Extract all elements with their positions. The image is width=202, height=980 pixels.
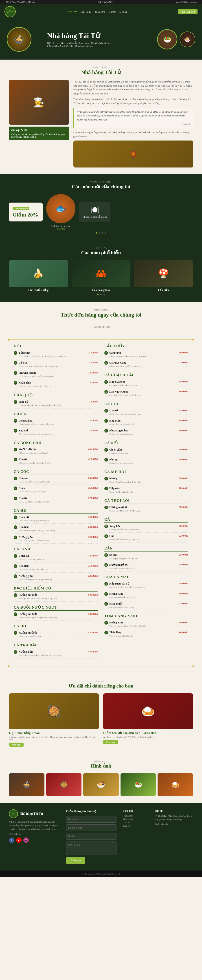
footer-link-4[interactable]: Liên hệ: [123, 825, 148, 827]
carousel-dot-1[interactable]: [96, 232, 97, 234]
category-tomcangxanh-title: TÔM CÀNG XANH: [104, 614, 188, 619]
item-price: 320,000đ: [179, 409, 188, 412]
item-price: 300,000đ: [88, 515, 98, 518]
item-num: 01: [104, 351, 108, 355]
item-desc: Tôm chiên xù, sốt wasabi, rau sống đi kè…: [19, 433, 54, 436]
menu-item: 01 Kho sùa Cá cóc kho mắm, tiêu đen, gừn…: [14, 477, 98, 485]
menu-item-row: 02 Thân lăng Tôm càng xanh chiên bơ tỏi: [104, 631, 133, 638]
item-left: Yếu Khóc Gỏi tôm bắp chuối, khô mực, đậu…: [19, 351, 66, 358]
phone-badge[interactable]: (096) 539 539: [178, 9, 197, 14]
carousel-dot-2[interactable]: [99, 232, 100, 234]
item-num: 01: [14, 419, 17, 423]
menu-item: 03 Rang muối Cua rang muối ớt thơm ngon …: [104, 602, 188, 610]
nav-contact[interactable]: Liên hệ: [119, 10, 127, 13]
menu-border: ✦ ✦ ✦ ✦ GỎI 01 Yếu Khóc Gỏi tôm bắp chuố…: [9, 339, 193, 667]
item-desc: Rán sá phu vàng giòn, sốt đặc biệt: [109, 557, 138, 560]
gallery-item-1[interactable]: 🍲: [9, 773, 44, 796]
corner-br: ✦: [191, 663, 195, 669]
item-left: Cá trê phi Lẩu cá trê phi đặc sản, rau n…: [109, 351, 146, 358]
item-name: Sàng đế: [19, 400, 61, 404]
footer-link-3[interactable]: Tin tức: [123, 821, 148, 824]
item-left: Kho tiêu Cá linh kho tiêu đặc sản miền T…: [19, 564, 47, 571]
item-desc: Cá lóc cuốn khoan ngàn hoa: [109, 433, 133, 436]
carousel-dot-4[interactable]: [105, 232, 106, 234]
category-cuacamau-title: CUA CÀ MAU: [104, 575, 188, 580]
footer-name-input[interactable]: [66, 816, 117, 822]
footer-link-1[interactable]: Trang chủ: [123, 815, 148, 817]
popular-dot-3[interactable]: [104, 294, 105, 296]
promo-item-2-btn[interactable]: Xem ngay: [103, 740, 118, 745]
gallery-item-5[interactable]: 🍛: [158, 773, 193, 796]
nav-home[interactable]: Trang chủ: [66, 10, 77, 13]
footer-phone-input[interactable]: [66, 824, 117, 831]
footer-message-input[interactable]: [66, 842, 117, 855]
item-num: 02: [104, 361, 108, 365]
popular-item-3: 🍄 Lẩu nấm: [134, 260, 193, 292]
gallery-item-4[interactable]: 🥗: [120, 773, 156, 796]
hero-food-left: 🍲: [7, 27, 32, 52]
footer-email-input[interactable]: [66, 833, 117, 840]
popular-grid: 🍌 Chè chuối nướng 🦀 Cua hoàng kim 🍄 Lẩu …: [9, 260, 193, 292]
item-desc: Cá cóc kho mắm, tiêu đen, gừng tươi: [19, 480, 50, 484]
item-num: 01: [14, 631, 17, 635]
item-left: Khoan ngàn hoa Cá lóc cuốn khoan ngàn ho…: [109, 429, 133, 436]
popular-item-2-image: 🦀: [72, 260, 131, 287]
gallery-item-3[interactable]: 🍜: [83, 773, 119, 796]
category-chaquet: CHÀ QUẸT 01 Sàng đế Chà quẹt đặc biệt vớ…: [14, 393, 98, 409]
menu-item-row: 02 Hạp Màn Cá lóc hấp màn thầu đặc biệt: [104, 419, 134, 426]
hero-subtitle: Nơi hội tụ những tinh hoa ẩm thực, mang …: [47, 41, 114, 48]
item-num: 02: [14, 429, 17, 433]
item-price: 380,000đ: [88, 419, 98, 422]
menu-item-row: 02 Cá Bơn Gỏi cá bơn tươi, chanh leo, ớt…: [14, 361, 58, 368]
item-left: Hướng muối ớt Ca ho nướng muối ớt tươi: [19, 631, 41, 638]
nav-about[interactable]: Giới thiệu: [80, 10, 91, 13]
promo-item-2: 🍛 Giảm 8% với hóa đơn trên 1.500.000 đ Á…: [103, 694, 193, 747]
item-left: Hấp ruou Tài Tử Cua Cà Mau hấp rượu đặc …: [109, 582, 145, 589]
promotions-label: ƯU ĐÃI: [9, 680, 193, 682]
menu-item-row: 04 Xuân Tình Gỏi xoài xanh, tôm khô, đậu…: [14, 381, 52, 388]
about-label: GIỚI THIỆU: [9, 66, 193, 68]
item-num: 02: [14, 487, 17, 490]
item-left: Kho sùa Cá cóc kho mắm, tiêu đen, gừng t…: [19, 477, 50, 484]
nav-news[interactable]: Tin tức: [109, 10, 116, 13]
corner-tr: ✦: [191, 337, 195, 343]
item-num: 01: [14, 448, 17, 452]
item-left: Nướng giấm Cá he nướng giấm, cuốn bánh t…: [19, 536, 49, 542]
gallery-item-2[interactable]: 🥘: [46, 773, 82, 796]
item-num: 02: [14, 525, 17, 529]
item-price: 320,000đ: [88, 429, 98, 432]
promo-item-1-btn[interactable]: Xem ngay: [9, 743, 24, 747]
facebook-icon[interactable]: f: [9, 837, 14, 843]
category-ga: GÀ 01 Xông hơi Gà xông hơi thảo mộc, thơ…: [104, 517, 188, 543]
menu-item-row: 01 Nướng giấm Cá tra dầu nướng giấm, cuố…: [14, 650, 61, 657]
footer-submit-button[interactable]: Gửi ngay: [66, 857, 85, 864]
menu-item: 02 Cá Bơn Gỏi cá bơn tươi, chanh leo, ớt…: [14, 361, 98, 369]
instagram-icon[interactable]: 📷: [23, 837, 29, 843]
footer-logo-area: 🌿 Nhà hàng Tài Tử: [9, 809, 60, 818]
item-price: 450,000đ: [88, 448, 98, 450]
nav-menu[interactable]: Thực đơn: [95, 10, 105, 13]
logo[interactable]: 🌿TÀI TỬ: [5, 6, 16, 18]
menu-item-row: 01 Hạp xưa tô tô Cá chạch lầu nấu sấu, c…: [104, 380, 137, 387]
promo-item-2-desc: Áp dụng cho hóa đơn từ 1.500.000đ trở lê…: [103, 736, 193, 738]
item-num: 02: [104, 419, 108, 423]
popular-dot-2[interactable]: [100, 294, 102, 296]
item-name: Nướng: [109, 477, 141, 480]
new-dishes-label: THỰC ĐƠN MỚI: [9, 181, 193, 183]
item-left: Hướng muối ớt Cá đuôi nước ngọt nướng mu…: [19, 612, 57, 619]
popular-dot-1[interactable]: [97, 294, 98, 296]
featured-dish-image: 🐟: [46, 194, 76, 223]
item-name: Nướng giấm: [19, 650, 61, 654]
carousel-dot-3[interactable]: [102, 232, 103, 234]
footer-link-2[interactable]: Giới thiệu: [123, 818, 148, 820]
youtube-icon[interactable]: ▶: [16, 837, 22, 843]
menu-columns: GỎI 01 Yếu Khóc Gỏi tôm bắp chuối, khô m…: [14, 344, 188, 662]
item-name: Chiên sả: [19, 554, 45, 558]
item-price: 230,000đ: [88, 574, 98, 577]
menu-item: 01 Xông hơi Gà xông hơi thảo mộc, thơm m…: [104, 525, 188, 533]
item-price: 280,000đ: [179, 448, 188, 451]
category-dacbiet: ĐẶC BIỆT HIẾM CÓ 01 Hướng muối ớt Món đặ…: [14, 586, 98, 601]
footer-bottom: © Nhà hàng Tài Tử 2023. All Rights Reser…: [0, 870, 202, 877]
item-name: Hướng muối ớt: [19, 612, 57, 616]
popular-item-2: 🦀 Cua hoàng kim: [72, 260, 131, 292]
